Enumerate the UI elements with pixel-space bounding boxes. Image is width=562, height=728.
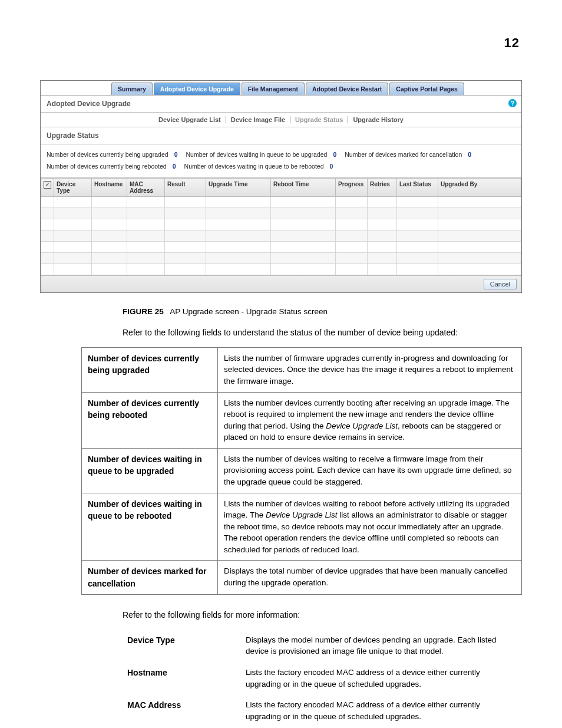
subsection-title: Upgrade Status — [41, 127, 521, 144]
col-mac-address[interactable]: MAC Address — [127, 178, 165, 196]
figure-caption: FIGURE 25 AP Upgrade screen - Upgrade St… — [123, 307, 522, 316]
stats-row: Number of devices currently being upgrad… — [41, 144, 521, 178]
table-row — [41, 263, 521, 275]
desc-text: Displays the total number of device upgr… — [218, 561, 522, 595]
desc-text: Lists the number of devices waiting to r… — [218, 448, 522, 493]
stat-value: 0 — [173, 161, 176, 173]
tab-captive-portal-pages[interactable]: Captive Portal Pages — [389, 83, 464, 95]
subtab-upgrade-status[interactable]: Upgrade Status — [290, 116, 348, 123]
col-retries[interactable]: Retries — [368, 178, 397, 196]
checkbox-icon[interactable]: ✓ — [44, 181, 51, 189]
desc-text: Lists the number of devices waiting to r… — [218, 493, 522, 561]
description-table-2: Device Type Displays the model number of… — [123, 630, 522, 728]
col-device-type[interactable]: Device Type — [54, 178, 92, 196]
desc-text: Lists the factory encoded MAC address of… — [241, 662, 522, 694]
description-table-1: Number of devices currently being upgrad… — [81, 347, 522, 595]
main-tabs: Summary Adopted Device Upgrade File Mana… — [41, 81, 521, 95]
desc-term: Hostname — [123, 662, 241, 694]
sub-tabs: Device Upgrade List Device Image File Up… — [41, 112, 521, 127]
subtab-device-image-file[interactable]: Device Image File — [226, 116, 290, 123]
stat-label: Number of devices waiting in queue to be… — [184, 161, 324, 173]
table-row — [41, 196, 521, 207]
cancel-button[interactable]: Cancel — [484, 279, 517, 289]
stat-value: 0 — [330, 161, 333, 173]
desc-term: Number of devices currently being reboot… — [82, 392, 218, 448]
stat-label: Number of devices waiting in queue to be… — [186, 149, 327, 161]
desc-text: Lists the number devices currently booti… — [218, 392, 522, 448]
desc-text: Lists the number of firmware upgrades cu… — [218, 347, 522, 392]
section-title-text: Adopted Device Upgrade — [47, 100, 131, 108]
desc-term: Number of devices waiting in queue to be… — [82, 493, 218, 561]
button-row: Cancel — [41, 275, 521, 292]
table-row — [41, 219, 521, 230]
col-last-status[interactable]: Last Status — [397, 178, 438, 196]
col-reboot-time[interactable]: Reboot Time — [271, 178, 336, 196]
desc-term: Number of devices currently being upgrad… — [82, 347, 218, 392]
desc-term: Device Type — [123, 630, 241, 662]
help-icon[interactable]: ? — [508, 99, 517, 107]
desc-term: Number of devices waiting in queue to be… — [82, 448, 218, 493]
select-all-header[interactable]: ✓ — [41, 178, 54, 196]
desc-text: Lists the factory encoded MAC address of… — [241, 694, 522, 727]
stat-value: 0 — [468, 149, 471, 161]
col-upgraded-by[interactable]: Upgraded By — [438, 178, 521, 196]
status-grid: ✓ Device Type Hostname MAC Address Resul… — [41, 178, 521, 275]
tab-summary[interactable]: Summary — [111, 83, 153, 95]
subtab-device-upgrade-list[interactable]: Device Upgrade List — [154, 116, 226, 123]
figure-caption-text: AP Upgrade screen - Upgrade Status scree… — [170, 307, 328, 316]
stat-label: Number of devices currently being reboot… — [47, 161, 167, 173]
stat-value: 0 — [333, 149, 336, 161]
section-title: Adopted Device Upgrade ? — [41, 95, 521, 112]
tab-adopted-device-restart[interactable]: Adopted Device Restart — [306, 83, 388, 95]
stat-value: 0 — [174, 149, 178, 161]
intro-text-1: Refer to the following fields to underst… — [123, 327, 522, 339]
desc-text: Displays the model number of devices pen… — [241, 630, 522, 662]
desc-term: Number of devices marked for cancellatio… — [82, 561, 218, 595]
table-row — [41, 207, 521, 219]
table-row — [41, 252, 521, 263]
figure-label: FIGURE 25 — [123, 307, 164, 316]
col-result[interactable]: Result — [165, 178, 206, 196]
desc-term: MAC Address — [123, 694, 241, 727]
stat-label: Number of devices marked for cancellatio… — [345, 149, 462, 161]
screenshot: Summary Adopted Device Upgrade File Mana… — [40, 80, 522, 293]
col-upgrade-time[interactable]: Upgrade Time — [206, 178, 271, 196]
intro-text-2: Refer to the following fields for more i… — [123, 609, 522, 621]
page-number: 12 — [40, 35, 522, 51]
table-row — [41, 241, 521, 252]
tab-file-management[interactable]: File Management — [242, 83, 305, 95]
col-hostname[interactable]: Hostname — [92, 178, 127, 196]
stat-label: Number of devices currently being upgrad… — [47, 149, 168, 161]
tab-adopted-device-upgrade[interactable]: Adopted Device Upgrade — [154, 83, 240, 95]
subtab-upgrade-history[interactable]: Upgrade History — [348, 116, 408, 123]
col-progress[interactable]: Progress — [336, 178, 368, 196]
table-row — [41, 230, 521, 241]
